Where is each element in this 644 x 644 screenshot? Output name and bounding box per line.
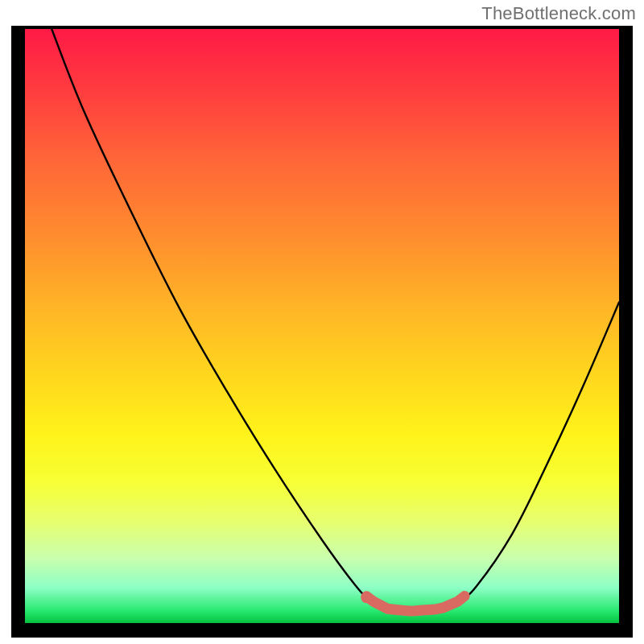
optimal-range-marker (366, 597, 464, 611)
optimal-point-dot (361, 592, 372, 603)
plot-area (25, 29, 619, 623)
curve-layer (25, 29, 619, 623)
plot-frame (11, 26, 633, 638)
attribution-text: TheBottleneck.com (481, 3, 636, 24)
bottleneck-curve (52, 29, 619, 611)
